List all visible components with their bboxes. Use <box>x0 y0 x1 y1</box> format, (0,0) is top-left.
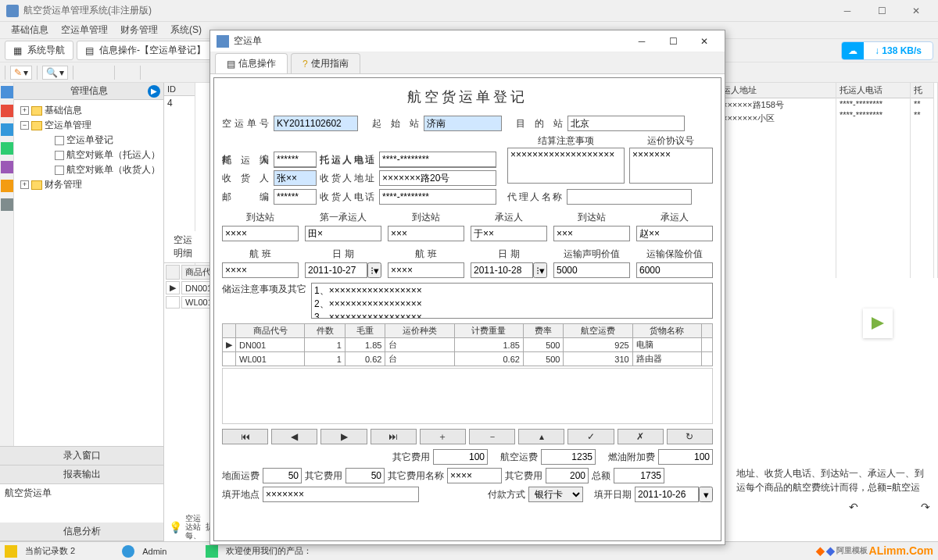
floating-app-icon[interactable] <box>863 309 893 338</box>
waybill-no-input[interactable] <box>274 116 358 131</box>
section-analysis[interactable]: 信息分析 <box>0 523 163 541</box>
other-fee2-input[interactable] <box>345 468 385 483</box>
consignee-input[interactable] <box>274 170 317 186</box>
nav-prev[interactable]: ◀ <box>271 429 317 444</box>
section-report[interactable]: 报表输出 <box>0 465 163 484</box>
fuel-input[interactable] <box>658 449 713 465</box>
nav-button[interactable]: ▦ 系统导航 <box>5 41 73 60</box>
flight1-input[interactable] <box>222 262 299 278</box>
tab-info[interactable]: ▤信息操作 <box>215 53 288 73</box>
records-icon <box>5 545 17 558</box>
insured-input[interactable] <box>636 262 713 278</box>
left-bottom: 录入窗口 报表输出 航空货运单 信息分析 <box>0 446 163 541</box>
nav-up[interactable]: ▴ <box>518 429 564 444</box>
welcome-text: 欢迎使用我们的产品： <box>226 545 312 557</box>
item-row[interactable]: WL00110.62台0.62500310路由器 <box>223 352 713 366</box>
tree-node-basic[interactable]: +基础信息 <box>17 103 160 118</box>
detail-tab[interactable]: 空运明细 <box>164 231 211 262</box>
nav-first[interactable]: ⏮ <box>222 429 268 444</box>
dialog-minimize[interactable]: ─ <box>628 33 656 50</box>
menu-finance[interactable]: 财务管理 <box>114 22 164 38</box>
origin-input[interactable] <box>424 116 502 131</box>
dest-input[interactable] <box>567 116 685 131</box>
flight2-input[interactable] <box>388 262 464 278</box>
sidebar-icon-7[interactable] <box>1 198 13 211</box>
fill-date-input[interactable] <box>635 487 699 502</box>
dialog-title: 空运单 <box>234 34 628 48</box>
other-fee-name-input[interactable] <box>447 468 502 483</box>
sidebar-icon-4[interactable] <box>1 142 13 155</box>
report-item-airwaybill[interactable]: 航空货运单 <box>0 484 163 502</box>
nav-next[interactable]: ⏭ <box>371 429 417 444</box>
tree-node-shipper-bill[interactable]: 航空对账单（托运人） <box>17 148 160 162</box>
nav-del[interactable]: － <box>469 429 515 444</box>
info-op-button[interactable]: ▤ 信息操作-【空运单登记】 <box>77 41 214 60</box>
nav-add[interactable]: ＋ <box>420 429 466 444</box>
app-title: 航空货运单管理系统(非注册版) <box>23 4 832 17</box>
forward-icon[interactable]: ↷ <box>921 501 930 513</box>
search-dropdown[interactable]: 🔍 ▾ <box>42 66 68 80</box>
close-button[interactable]: ✕ <box>900 2 932 20</box>
pay-method-select[interactable]: 银行卡 <box>528 487 583 502</box>
nav-check[interactable]: ✓ <box>567 429 614 444</box>
carrier1-input[interactable] <box>305 226 381 241</box>
total-input[interactable] <box>614 468 664 483</box>
tree-node-waybill[interactable]: −空运单管理 <box>17 118 160 133</box>
date2-input[interactable] <box>471 262 533 278</box>
rate-no-input[interactable]: ××××××× <box>629 148 713 184</box>
tab-guide[interactable]: ?使用指南 <box>291 53 360 73</box>
sidebar-icon-3[interactable] <box>1 123 13 136</box>
arr2-input[interactable] <box>388 226 464 241</box>
date2-picker[interactable]: ⁝▾ <box>533 262 547 278</box>
air-freight-input[interactable] <box>541 449 596 465</box>
sidebar-icon-1[interactable] <box>1 86 13 98</box>
date1-picker[interactable]: ⁝▾ <box>367 262 381 278</box>
shipper-phone-input[interactable] <box>379 152 496 167</box>
item-scroll[interactable] <box>222 368 713 424</box>
tree-node-finance[interactable]: +财务管理 <box>17 177 160 192</box>
settle-note-input[interactable]: ××××××××××××××××××× <box>507 148 625 184</box>
section-input[interactable]: 录入窗口 <box>0 447 163 465</box>
menu-waybill[interactable]: 空运单管理 <box>55 22 114 38</box>
maximize-button[interactable]: ☐ <box>866 2 897 20</box>
titlebar: 航空货运单管理系统(非注册版) ─ ☐ ✕ <box>0 0 938 22</box>
tree-node-consignee-bill[interactable]: 航空对账单（收货人） <box>17 162 160 177</box>
shipper-post-input[interactable] <box>274 152 317 167</box>
declared-input[interactable] <box>553 262 630 278</box>
fill-place-input[interactable] <box>263 487 419 502</box>
carrier3-input[interactable] <box>636 226 713 241</box>
consignee-post-input[interactable] <box>274 189 317 205</box>
sidebar-icon-6[interactable] <box>1 180 13 192</box>
ground-fee-input[interactable] <box>263 468 302 483</box>
record-count: 当前记录数 2 <box>25 545 75 557</box>
other-fee-input[interactable] <box>433 449 488 465</box>
pencil-icon: ✎ <box>14 67 22 78</box>
sidebar-icon-5[interactable] <box>1 161 13 173</box>
carrier2-input[interactable] <box>471 226 547 241</box>
back-icon[interactable]: ↶ <box>849 501 858 513</box>
arr3-input[interactable] <box>553 226 630 241</box>
edit-dropdown[interactable]: ✎ ▾ <box>10 66 32 80</box>
hint-text: 地址、收货人电话、到达站一、承运人一、到 运每个商品的航空费统计而得，总额=航空… <box>736 466 932 494</box>
dialog-maximize[interactable]: ☐ <box>659 33 687 50</box>
fill-date-picker[interactable]: ▾ <box>699 487 713 502</box>
menu-basic[interactable]: 基础信息 <box>5 22 55 38</box>
sidebar-icon-2[interactable] <box>1 105 13 117</box>
consignee-addr-input[interactable] <box>379 170 496 186</box>
nav-cancel[interactable]: ✗ <box>618 429 664 444</box>
arr1-input[interactable] <box>222 226 299 241</box>
dialog-titlebar: 空运单 ─ ☐ ✕ <box>210 30 725 52</box>
date1-input[interactable] <box>305 262 367 278</box>
refresh-icon[interactable]: ▶ <box>148 85 160 98</box>
minimize-button[interactable]: ─ <box>832 2 863 20</box>
storage-note-input[interactable]: 1、××××××××××××××××× 2、××××××××××××××××× … <box>311 283 713 319</box>
consignee-phone-input[interactable] <box>379 189 496 205</box>
nav-play[interactable]: ▶ <box>320 429 367 444</box>
tree-node-register[interactable]: 空运单登记 <box>17 133 160 148</box>
nav-refresh[interactable]: ↻ <box>667 429 713 444</box>
menu-system[interactable]: 系统(S) <box>164 22 208 38</box>
agent-input[interactable] <box>567 189 692 205</box>
other-fee3-input[interactable] <box>546 468 589 483</box>
item-row[interactable]: ▶DN00111.85台1.85500925电脑 <box>223 338 713 352</box>
dialog-close[interactable]: ✕ <box>690 33 718 50</box>
